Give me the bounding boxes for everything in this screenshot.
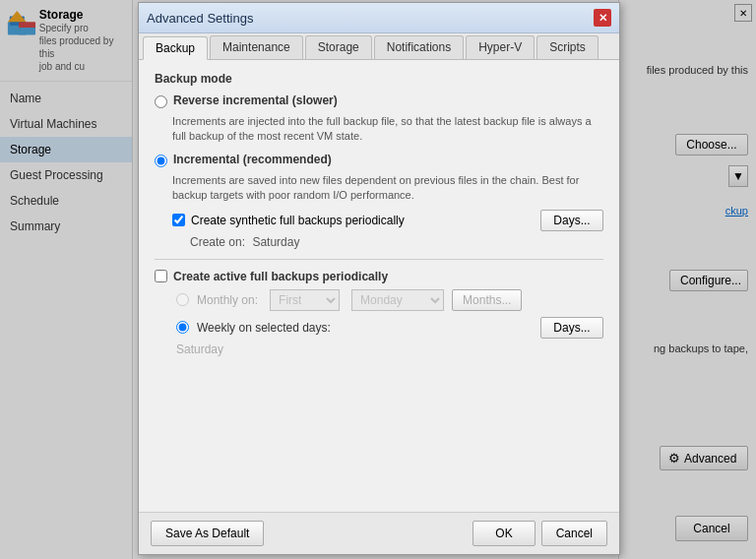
active-full-header: Create active full backups periodically [155,270,603,283]
dialog-title: Advanced Settings [147,11,253,26]
create-on-prefix: Create on: [190,235,245,249]
advanced-settings-dialog: Advanced Settings ✕ Backup Maintenance S… [138,2,620,555]
active-full-label: Create active full backups periodically [173,270,388,283]
tab-backup[interactable]: Backup [143,36,208,60]
section-divider [155,259,603,260]
active-full-checkbox[interactable] [155,270,167,282]
synthetic-label: Create synthetic full backups periodical… [191,214,405,227]
weekly-radio[interactable] [176,321,189,334]
reverse-incremental-label: Reverse incremental (slower) [173,93,338,107]
monthly-day-select[interactable]: Monday Tuesday Wednesday Thursday Friday… [351,289,444,311]
dialog-footer: Save As Default OK Cancel [139,512,619,554]
incremental-desc: Increments are saved into new files depe… [172,173,603,204]
ok-button[interactable]: OK [472,521,535,546]
monthly-first-select[interactable]: First Second Third Fourth Last [270,289,340,311]
days-button-1[interactable]: Days... [540,210,603,231]
reverse-incremental-radio[interactable] [155,95,167,108]
backup-mode-label: Backup mode [155,72,603,86]
create-on-row: Create on: Saturday [190,235,603,249]
reverse-incremental-desc: Increments are injected into the full ba… [172,114,603,145]
incremental-label: Incremental (recommended) [173,153,332,166]
dialog-content: Backup mode Reverse incremental (slower)… [139,60,619,512]
active-full-section: Create active full backups periodically … [155,270,603,356]
cancel-button[interactable]: Cancel [541,521,607,546]
days-button-2[interactable]: Days... [540,317,603,339]
tab-bar: Backup Maintenance Storage Notifications… [139,33,619,60]
weekly-day-value: Saturday [176,342,603,356]
weekly-row: Weekly on selected days: Days... [176,317,603,339]
tab-maintenance[interactable]: Maintenance [210,35,303,59]
incremental-option: Incremental (recommended) [155,153,603,167]
tab-notifications[interactable]: Notifications [374,35,464,59]
reverse-incremental-option: Reverse incremental (slower) [155,93,603,108]
monthly-label: Monthly on: [197,293,258,307]
save-as-default-button[interactable]: Save As Default [151,521,264,546]
create-on-value: Saturday [252,235,299,249]
dialog-close-button[interactable]: ✕ [594,9,611,27]
monthly-radio[interactable] [176,293,189,306]
tab-storage[interactable]: Storage [305,35,372,59]
months-button[interactable]: Months... [452,289,522,311]
weekly-label: Weekly on selected days: [197,321,331,335]
tab-scripts[interactable]: Scripts [536,35,598,59]
synthetic-checkbox-row: Create synthetic full backups periodical… [172,210,603,231]
dialog-titlebar: Advanced Settings ✕ [139,3,619,33]
synthetic-checkbox[interactable] [172,214,185,226]
monthly-row: Monthly on: First Second Third Fourth La… [176,289,603,311]
incremental-radio[interactable] [155,155,167,167]
tab-hyper-v[interactable]: Hyper-V [466,35,535,59]
